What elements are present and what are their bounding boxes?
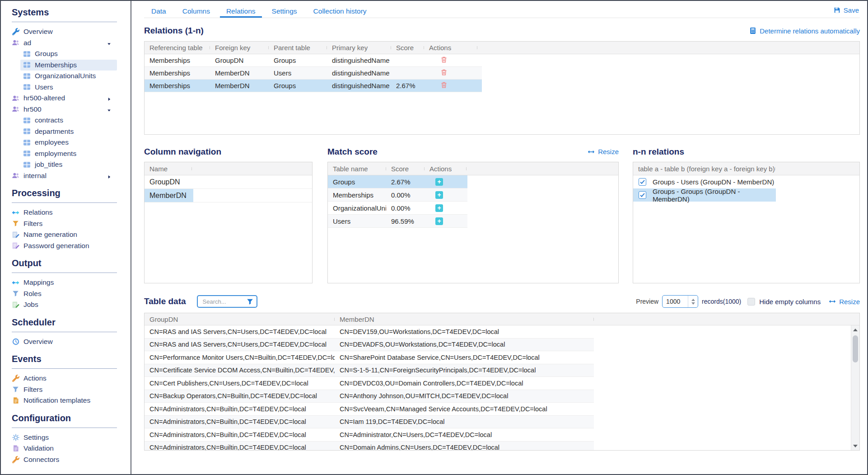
table-icon <box>23 161 31 169</box>
sidebar-item-departments[interactable]: departments <box>20 126 117 137</box>
increment-icon[interactable] <box>691 299 695 301</box>
delete-icon[interactable] <box>440 69 448 76</box>
resize-label: Resize <box>598 148 619 155</box>
sidebar-item-label: hr500 <box>23 105 42 113</box>
add-relation-button[interactable]: + <box>435 217 443 225</box>
match-score-row[interactable]: Groups2.67%+ <box>328 175 467 188</box>
sidebar-item-users[interactable]: Users <box>20 82 117 93</box>
chevron-right-icon[interactable] <box>107 95 112 103</box>
column-nav-row[interactable]: GroupDN <box>145 175 312 189</box>
doc-pencil-icon <box>12 301 19 309</box>
preview-count-field[interactable] <box>663 297 688 306</box>
checkbox-checked[interactable] <box>639 178 646 186</box>
sidebar-item-overview[interactable]: Overview <box>9 336 117 348</box>
filter-icon <box>247 298 253 305</box>
scrollbar-thumb[interactable] <box>853 335 858 362</box>
table-data-row[interactable]: CN=Backup Operators,CN=Builtin,DC=T4EDEV… <box>145 390 594 403</box>
scroll-down-icon[interactable] <box>851 442 859 450</box>
table-data-row[interactable]: CN=Certificate Service DCOM Access,CN=Bu… <box>145 364 594 377</box>
sidebar-item-name-generation[interactable]: Name generation <box>9 229 117 240</box>
sidebar-item-contracts[interactable]: contracts <box>20 115 117 126</box>
relation-row[interactable]: MembershipsMemberDNGroupsdistinguishedNa… <box>145 80 482 92</box>
column-nav-row[interactable]: MemberDN <box>145 189 312 202</box>
sidebar-item-filters[interactable]: Filters <box>9 218 117 230</box>
search-input[interactable] <box>197 295 257 308</box>
users-icon <box>12 94 19 102</box>
determine-relations-label: Determine relations automatically <box>760 27 860 35</box>
match-score-row[interactable]: Memberships0.00%+ <box>328 188 467 202</box>
sidebar-item-connectors[interactable]: Connectors <box>9 454 117 466</box>
table-data-row[interactable]: CN=Administrators,CN=Builtin,DC=T4EDEV,D… <box>145 416 594 429</box>
sidebar-item-actions[interactable]: Actions <box>9 373 117 384</box>
tab-data[interactable]: Data <box>150 7 167 18</box>
sidebar-item-employments[interactable]: employments <box>20 148 117 160</box>
sidebar-item-job-titles[interactable]: job_titles <box>20 159 117 170</box>
preview-count-stepper[interactable] <box>688 296 698 307</box>
determine-relations-button[interactable]: Determine relations automatically <box>749 27 860 35</box>
sidebar-item-password-generation[interactable]: Password generation <box>9 240 117 252</box>
match-score-row[interactable]: OrganizationalUnits0.00%+ <box>328 202 467 215</box>
sidebar-item-hr500-altered[interactable]: hr500-altered <box>9 93 117 104</box>
sidebar-item-settings[interactable]: Settings <box>9 432 117 443</box>
sidebar-item-groups[interactable]: Groups <box>20 48 117 60</box>
column-header-score: Score <box>386 165 425 173</box>
save-button[interactable]: Save <box>834 6 859 14</box>
nn-relation-row[interactable]: Groups - Users (GroupDN - MemberDN) <box>633 175 776 188</box>
table-data-row[interactable]: CN=Administrators,CN=Builtin,DC=T4EDEV,D… <box>145 428 594 442</box>
table-data-row[interactable]: CN=RAS and IAS Servers,CN=Users,DC=T4EDE… <box>145 339 594 352</box>
relation-row[interactable]: MembershipsGroupDNGroupsdistinguishedNam… <box>145 54 482 67</box>
cell: CN=Administrators,CN=Builtin,DC=T4EDEV,D… <box>145 405 335 413</box>
sidebar-item-employees[interactable]: employees <box>20 137 117 148</box>
doc-pencil-icon <box>12 242 19 249</box>
sidebar-item-roles[interactable]: Roles <box>9 288 117 300</box>
sidebar-item-memberships[interactable]: Memberships <box>20 60 117 71</box>
delete-icon[interactable] <box>440 81 448 89</box>
relation-row[interactable]: MembershipsMemberDNUsersdistinguishedNam… <box>145 67 482 80</box>
sidebar-item-relations[interactable]: Relations <box>9 207 117 218</box>
table-data-row[interactable]: CN=RAS and IAS Servers,CN=Users,DC=T4EDE… <box>145 325 594 339</box>
hide-empty-columns-checkbox[interactable] <box>747 298 755 306</box>
table-data-row[interactable]: CN=Administrators,CN=Builtin,DC=T4EDEV,D… <box>145 442 594 451</box>
tab-columns[interactable]: Columns <box>182 7 211 18</box>
match-score-row[interactable]: Users96.59%+ <box>328 215 467 228</box>
sidebar-item-notification-templates[interactable]: Notification templates <box>9 395 117 406</box>
sidebar-item-internal[interactable]: internal <box>9 170 117 182</box>
sidebar-heading-output: Output <box>12 258 117 273</box>
tab-relations[interactable]: Relations <box>225 7 257 18</box>
sidebar-item-organizationalunits[interactable]: OrganizationalUnits <box>20 71 117 82</box>
cell: CN=Administrators,CN=Builtin,DC=T4EDEV,D… <box>145 418 335 425</box>
table-data-row[interactable]: CN=Cert Publishers,CN=Users,DC=T4EDEV,DC… <box>145 377 594 390</box>
vertical-scrollbar[interactable] <box>851 325 859 450</box>
add-relation-button[interactable]: + <box>435 191 443 199</box>
table-data-row[interactable]: CN=Performance Monitor Users,CN=Builtin,… <box>145 351 594 364</box>
chevron-down-icon[interactable] <box>107 107 112 115</box>
resize-table-data-button[interactable]: Resize <box>829 298 860 306</box>
column-header-groupdn: GroupDN <box>145 315 335 323</box>
search-field[interactable] <box>202 298 247 306</box>
sidebar-item-mappings[interactable]: Mappings <box>9 277 117 288</box>
column-header-actions: Actions <box>424 44 477 52</box>
delete-icon[interactable] <box>440 56 448 63</box>
sidebar-item-hr500[interactable]: hr500 <box>9 104 117 115</box>
add-relation-button[interactable]: + <box>435 204 443 212</box>
sidebar-item-jobs[interactable]: Jobs <box>9 299 117 310</box>
arrows-icon <box>12 209 19 216</box>
sidebar-item-filters[interactable]: Filters <box>9 384 117 395</box>
preview-count-input[interactable] <box>662 295 698 308</box>
table-data-row[interactable]: CN=Administrators,CN=Builtin,DC=T4EDEV,D… <box>145 403 594 416</box>
add-relation-button[interactable]: + <box>435 178 443 186</box>
tab-settings[interactable]: Settings <box>271 7 298 18</box>
resize-match-score-button[interactable]: Resize <box>588 148 619 155</box>
decrement-icon[interactable] <box>691 302 695 305</box>
sidebar-item-overview[interactable]: Overview <box>9 26 117 38</box>
sidebar-item-ad[interactable]: ad <box>9 38 117 49</box>
scroll-up-icon[interactable] <box>851 325 859 334</box>
sidebar-item-validation[interactable]: Validation <box>9 443 117 454</box>
chevron-right-icon[interactable] <box>107 173 112 181</box>
cell: CN=Administrator,CN=Users,DC=T4EDEV,DC=l… <box>335 431 594 438</box>
column-name-cell: GroupDN <box>145 175 193 188</box>
checkbox-checked[interactable] <box>639 191 646 199</box>
nn-relation-row[interactable]: Groups - Groups (GroupDN - MemberDN) <box>633 188 776 202</box>
chevron-down-icon[interactable] <box>107 40 112 48</box>
tab-collection-history[interactable]: Collection history <box>313 7 368 18</box>
